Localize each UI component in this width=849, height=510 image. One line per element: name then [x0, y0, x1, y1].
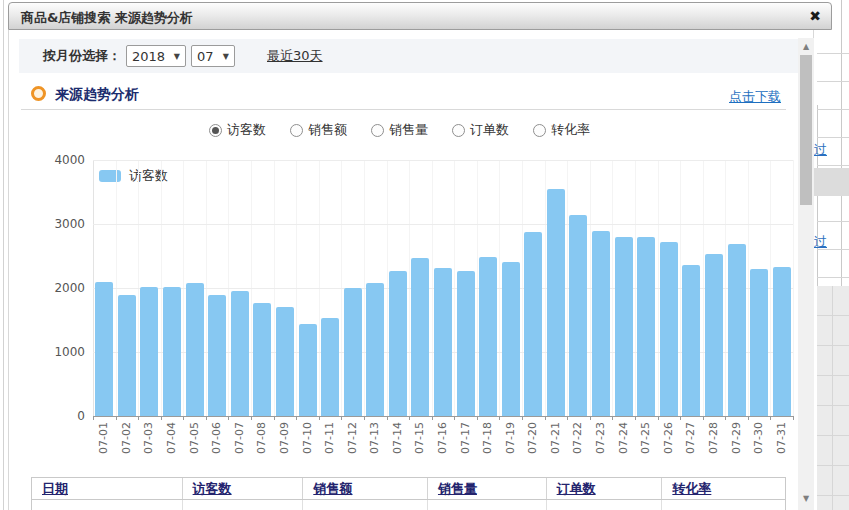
- close-icon[interactable]: ✖: [809, 8, 821, 24]
- vertical-gridline: [409, 160, 410, 416]
- radio-selected-icon[interactable]: [209, 124, 222, 137]
- x-axis-label: 07-31: [776, 422, 788, 462]
- vertical-gridline: [658, 160, 659, 416]
- vertical-gridline: [612, 160, 613, 416]
- bar: [389, 271, 407, 416]
- vertical-scrollbar[interactable]: ▲ ▼: [798, 38, 814, 510]
- column-header-link[interactable]: 销售额: [313, 480, 352, 498]
- bar: [186, 283, 204, 416]
- radio-icon[interactable]: [452, 124, 465, 137]
- legend-label: 访客数: [129, 167, 168, 185]
- table-cell: [428, 500, 547, 510]
- column-header-转化率: 转化率: [662, 478, 785, 499]
- x-axis-label: 07-16: [437, 422, 449, 462]
- metric-radio-label: 销售额: [308, 121, 347, 139]
- bar: [457, 271, 475, 416]
- column-header-日期: 日期: [32, 478, 183, 499]
- x-axis-label: 07-08: [256, 422, 268, 462]
- x-axis-line: [93, 416, 793, 417]
- horizontal-gridline: [93, 288, 793, 289]
- x-axis-tick: [228, 416, 229, 420]
- bar: [411, 258, 429, 416]
- table-cell: [183, 500, 304, 510]
- x-axis-label: 07-01: [98, 422, 110, 462]
- column-header-link[interactable]: 访客数: [193, 480, 232, 498]
- x-axis-tick: [116, 416, 117, 420]
- x-axis-tick: [499, 416, 500, 420]
- x-axis-tick: [658, 416, 659, 420]
- chevron-down-icon: ▼: [174, 52, 180, 61]
- vertical-gridline: [161, 160, 162, 416]
- column-header-订单数: 订单数: [547, 478, 663, 499]
- y-axis-label: 3000: [25, 217, 85, 231]
- x-axis-label: 07-14: [392, 422, 404, 462]
- metric-radio-销售额[interactable]: 销售额: [290, 121, 347, 139]
- column-header-link[interactable]: 订单数: [557, 480, 596, 498]
- metric-radio-转化率[interactable]: 转化率: [533, 121, 590, 139]
- radio-icon[interactable]: [290, 124, 303, 137]
- vertical-gridline: [116, 160, 117, 416]
- legend-swatch-icon: [99, 170, 121, 182]
- bar: [615, 237, 633, 416]
- y-axis-label: 1000: [25, 345, 85, 359]
- x-axis-tick: [590, 416, 591, 420]
- table-header-row: 日期访客数销售额销售量订单数转化率: [31, 477, 786, 500]
- table-cell: [547, 500, 663, 510]
- bar: [140, 287, 158, 416]
- x-axis-label: 07-30: [753, 422, 765, 462]
- x-axis-tick: [454, 416, 455, 420]
- section-bullet-icon: [31, 86, 46, 101]
- table-cell: [32, 500, 183, 510]
- column-header-link[interactable]: 转化率: [672, 480, 711, 498]
- x-axis-tick: [522, 416, 523, 420]
- metric-radio-label: 访客数: [227, 121, 266, 139]
- vertical-gridline: [454, 160, 455, 416]
- year-select[interactable]: 2018 ▼: [126, 45, 186, 67]
- dialog-titlebar[interactable]: 商品&店铺搜索 来源趋势分析 ✖: [8, 2, 832, 30]
- month-filter-label: 按月份选择：: [43, 47, 121, 65]
- x-axis-tick: [364, 416, 365, 420]
- metric-radio-销售量[interactable]: 销售量: [371, 121, 428, 139]
- metric-radio-订单数[interactable]: 订单数: [452, 121, 509, 139]
- vertical-gridline: [138, 160, 139, 416]
- month-select[interactable]: 07 ▼: [191, 45, 235, 67]
- radio-icon[interactable]: [371, 124, 384, 137]
- x-axis-label: 07-28: [708, 422, 720, 462]
- vertical-gridline: [93, 160, 94, 416]
- x-axis-tick: [206, 416, 207, 420]
- x-axis-label: 07-10: [302, 422, 314, 462]
- vertical-gridline: [545, 160, 546, 416]
- bar: [502, 262, 520, 416]
- column-header-link[interactable]: 销售量: [438, 480, 477, 498]
- x-axis-label: 07-18: [482, 422, 494, 462]
- x-axis-label: 07-09: [279, 422, 291, 462]
- y-axis-label: 2000: [25, 281, 85, 295]
- x-axis-label: 07-22: [572, 422, 584, 462]
- x-axis-tick: [612, 416, 613, 420]
- bar: [163, 287, 181, 416]
- column-header-link[interactable]: 日期: [42, 480, 68, 498]
- bar: [231, 291, 249, 416]
- x-axis-label: 07-23: [595, 422, 607, 462]
- x-axis-tick: [387, 416, 388, 420]
- scrollbar-thumb[interactable]: [800, 55, 812, 205]
- vertical-gridline: [206, 160, 207, 416]
- bar: [299, 324, 317, 416]
- radio-icon[interactable]: [533, 124, 546, 137]
- bar: [682, 265, 700, 416]
- x-axis-tick: [703, 416, 704, 420]
- bar: [253, 303, 271, 416]
- x-axis-tick: [635, 416, 636, 420]
- metric-radio-访客数[interactable]: 访客数: [209, 121, 266, 139]
- chart-legend[interactable]: 访客数: [99, 167, 168, 185]
- x-axis-label: 07-19: [505, 422, 517, 462]
- scroll-down-icon[interactable]: ▼: [798, 490, 814, 506]
- x-axis-tick: [319, 416, 320, 420]
- vertical-gridline: [635, 160, 636, 416]
- download-link[interactable]: 点击下载: [729, 88, 781, 106]
- recent-30-days-link[interactable]: 最近30天: [267, 47, 323, 65]
- scroll-up-icon[interactable]: ▲: [798, 38, 814, 54]
- dialog-title: 商品&店铺搜索 来源趋势分析: [21, 9, 193, 27]
- bar: [344, 288, 362, 416]
- vertical-gridline: [680, 160, 681, 416]
